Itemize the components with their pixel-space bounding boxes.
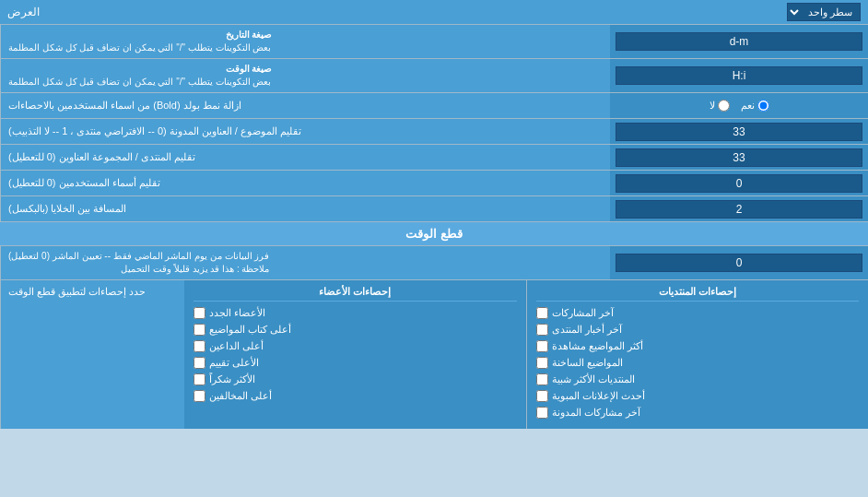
time-format-sublabel: بعض التكوينات يتطلب "/" التي يمكن ان تضا… — [8, 76, 271, 89]
member-stats-col: إحصاءات الأعضاء الأعضاء الجدد أعلى كتاب … — [184, 280, 527, 429]
stat-checkbox-6[interactable] — [536, 390, 548, 402]
stat-item-1: آخر المشاركات — [536, 307, 860, 319]
time-cut-main-label: فرز البيانات من يوم الماشر الماضي فقط --… — [8, 250, 269, 263]
spacing-label: المسافة بين الخلايا (بالبكسل) — [0, 196, 610, 221]
spacing-input-cell — [610, 196, 868, 221]
member-checkbox-6[interactable] — [194, 390, 205, 402]
stat-checkbox-5[interactable] — [536, 373, 548, 385]
member-checkbox-2[interactable] — [194, 324, 205, 336]
forum-stats-col: إحصاءات المنتديات آخر المشاركات آخر أخبا… — [527, 280, 869, 429]
stat-checkbox-1[interactable] — [536, 307, 548, 319]
member-checkbox-5[interactable] — [194, 373, 205, 385]
date-format-row: صيغة التاريخ بعض التكوينات يتطلب "/" الت… — [0, 25, 868, 59]
member-checkbox-4[interactable] — [194, 357, 205, 369]
forum-group-row: تقليم المنتدى / المجموعة العناوين (0 للت… — [0, 145, 868, 171]
bold-remove-label: ازالة نمط بولد (Bold) من اسماء المستخدمي… — [0, 93, 610, 118]
time-format-input[interactable] — [616, 66, 862, 85]
member-checkbox-1[interactable] — [194, 307, 205, 319]
main-container: سطر واحد سطرين ثلاثة أسطر العرض صيغة الت… — [0, 0, 868, 429]
member-stat-6: أعلى المخالفين — [194, 390, 517, 402]
member-stat-4: الأعلى تقييم — [194, 357, 517, 369]
time-cut-row: فرز البيانات من يوم الماشر الماضي فقط --… — [0, 246, 868, 280]
forum-group-label: تقليم المنتدى / المجموعة العناوين (0 للت… — [0, 145, 610, 170]
time-cut-label: فرز البيانات من يوم الماشر الماضي فقط --… — [0, 246, 610, 279]
forum-group-input[interactable] — [616, 148, 862, 167]
topic-titles-input-cell — [610, 119, 868, 144]
stat-item-7: آخر مشاركات المدونة — [536, 407, 860, 419]
member-stat-1: الأعضاء الجدد — [194, 307, 517, 319]
forum-group-input-cell — [610, 145, 868, 170]
topic-titles-row: تقليم الموضوع / العناوين المدونة (0 -- ا… — [0, 119, 868, 145]
stat-item-2: آخر أخبار المنتدى — [536, 324, 860, 336]
date-format-title: صيغة التاريخ — [8, 29, 271, 41]
spacing-row: المسافة بين الخلايا (بالبكسل) — [0, 196, 868, 222]
time-format-title: صيغة الوقت — [8, 63, 271, 76]
stat-checkbox-3[interactable] — [536, 340, 548, 352]
stat-item-6: أحدث الإعلانات المبوية — [536, 390, 860, 402]
bold-remove-row: نعم لا ازالة نمط بولد (Bold) من اسماء ال… — [0, 93, 868, 119]
stat-checkbox-7[interactable] — [536, 407, 548, 419]
forum-stats-header: إحصاءات المنتديات — [536, 286, 860, 302]
usernames-row: تقليم أسماء المستخدمين (0 للتعطيل) — [0, 171, 868, 196]
bold-yes-radio[interactable] — [757, 100, 769, 112]
stat-checkbox-2[interactable] — [536, 324, 548, 336]
time-cut-input-cell — [610, 246, 868, 279]
stats-section-label: حدد إحصاءات لتطبيق قطع الوقت — [0, 280, 184, 429]
usernames-input[interactable] — [616, 174, 862, 193]
bold-no-label[interactable]: لا — [710, 100, 730, 112]
spacing-input[interactable] — [616, 200, 862, 219]
bold-no-radio[interactable] — [718, 100, 730, 112]
time-format-input-cell — [610, 59, 868, 92]
stats-section: إحصاءات المنتديات آخر المشاركات آخر أخبا… — [0, 280, 868, 429]
usernames-input-cell — [610, 171, 868, 195]
time-format-label: صيغة الوقت بعض التكوينات يتطلب "/" التي … — [0, 59, 610, 92]
member-stat-3: أعلى الداعين — [194, 340, 517, 352]
stat-item-3: أكثر المواضيع مشاهدة — [536, 340, 860, 352]
display-dropdown[interactable]: سطر واحد سطرين ثلاثة أسطر — [787, 3, 861, 21]
bold-yes-label[interactable]: نعم — [741, 100, 769, 112]
member-stat-2: أعلى كتاب المواضيع — [194, 324, 517, 336]
stat-checkbox-4[interactable] — [536, 357, 548, 369]
time-cut-sublabel: ملاحظة : هذا قد يزيد قليلاً وقت التحميل — [8, 263, 269, 276]
date-format-label: صيغة التاريخ بعض التكوينات يتطلب "/" الت… — [0, 25, 610, 58]
stat-item-5: المنتديات الأكثر شبية — [536, 373, 860, 385]
usernames-label: تقليم أسماء المستخدمين (0 للتعطيل) — [0, 171, 610, 195]
bold-remove-radio-cell: نعم لا — [610, 93, 868, 118]
topic-titles-label: تقليم الموضوع / العناوين المدونة (0 -- ا… — [0, 119, 610, 144]
member-checkbox-3[interactable] — [194, 340, 205, 352]
date-format-input-cell — [610, 25, 868, 58]
time-cut-header: قطع الوقت — [0, 222, 868, 246]
topic-titles-input[interactable] — [616, 123, 862, 141]
time-cut-input[interactable] — [616, 254, 862, 272]
display-label: العرض — [7, 6, 40, 18]
date-format-sublabel: بعض التكوينات يتطلب "/" التي يمكن ان تضا… — [8, 41, 271, 54]
time-format-row: صيغة الوقت بعض التكوينات يتطلب "/" التي … — [0, 59, 868, 93]
member-stat-5: الأكثر شكراً — [194, 373, 517, 385]
checkboxes-container: إحصاءات المنتديات آخر المشاركات آخر أخبا… — [184, 280, 868, 429]
page-header: سطر واحد سطرين ثلاثة أسطر العرض — [0, 0, 868, 25]
stat-item-4: المواضيع الساخنة — [536, 357, 860, 369]
member-stats-header: إحصاءات الأعضاء — [194, 286, 517, 302]
date-format-input[interactable] — [616, 32, 862, 51]
